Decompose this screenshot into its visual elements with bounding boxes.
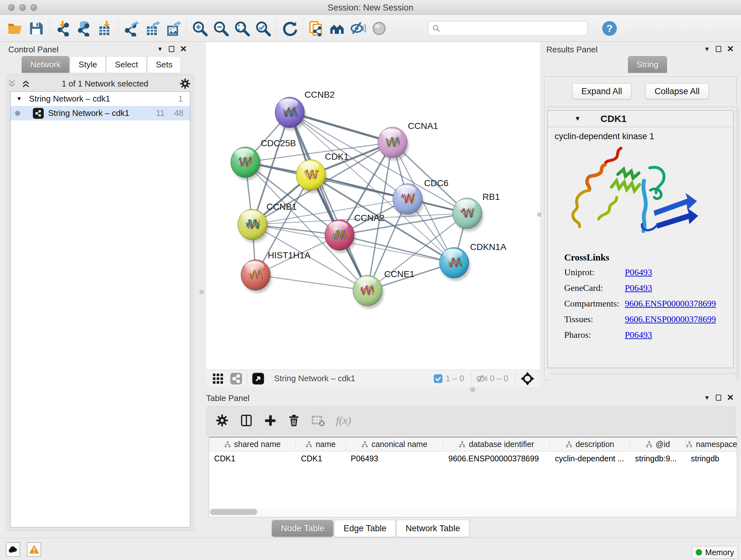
crosslinks-title: CrossLinks bbox=[564, 252, 716, 263]
results-panel-close-icon[interactable]: ✕ bbox=[727, 44, 734, 54]
column-header-description[interactable]: description bbox=[550, 437, 630, 451]
network-list: ▼ String Network – cdk1 1 String Network… bbox=[10, 91, 190, 527]
control-panel-close-icon[interactable]: ✕ bbox=[180, 44, 187, 54]
column-header-databaseidentifier[interactable]: database identifier bbox=[443, 437, 550, 451]
zoom-selected-button[interactable] bbox=[253, 17, 273, 40]
svg-text:CCNA1: CCNA1 bbox=[408, 121, 438, 131]
selected-checkbox-icon[interactable] bbox=[433, 374, 443, 383]
tab-string[interactable]: String bbox=[628, 56, 667, 73]
crosslink-link[interactable]: P06493 bbox=[625, 330, 652, 340]
help-button[interactable]: ? bbox=[599, 17, 620, 40]
network-thumbnail-icon[interactable] bbox=[230, 372, 243, 385]
birdseye-view-button[interactable] bbox=[368, 17, 390, 40]
search-input[interactable] bbox=[444, 24, 583, 33]
results-vertical-scrollbar[interactable] bbox=[736, 107, 739, 380]
column-header-namespace[interactable]: namespace bbox=[686, 437, 737, 451]
table-panel-close-icon[interactable]: ✕ bbox=[727, 393, 734, 402]
tab-network-table[interactable]: Network Table bbox=[396, 520, 469, 537]
table-cell: CDK1 bbox=[209, 451, 296, 465]
crosslink-link[interactable]: 9606.ENSP00000378699 bbox=[625, 314, 716, 324]
save-session-icon bbox=[28, 20, 44, 37]
table-settings-button[interactable] bbox=[215, 414, 229, 427]
show-columns-button[interactable] bbox=[240, 414, 253, 427]
zoom-in-button[interactable] bbox=[189, 17, 210, 40]
refresh-button[interactable] bbox=[279, 17, 300, 40]
scrollbar-thumb[interactable] bbox=[210, 509, 257, 515]
network-collection-row[interactable]: ▼ String Network – cdk1 1 bbox=[10, 91, 190, 106]
gear-icon[interactable] bbox=[179, 78, 191, 89]
crosslink-label: GeneCard: bbox=[564, 283, 625, 293]
expand-all-button[interactable]: Expand All bbox=[572, 83, 631, 99]
table-row[interactable]: CDK1CDK1P064939606.ENSP00000378699cyclin… bbox=[209, 451, 737, 465]
delete-column-button[interactable] bbox=[287, 414, 300, 427]
delete-table-icon bbox=[311, 414, 325, 428]
open-session-button[interactable] bbox=[4, 17, 25, 40]
tab-sets[interactable]: Sets bbox=[147, 56, 181, 73]
window-title: Session: New Session bbox=[0, 3, 741, 13]
table-panel-float-icon[interactable] bbox=[716, 395, 721, 401]
results-panel-collapse-icon[interactable]: ▼ bbox=[704, 46, 710, 53]
import-network-database-button[interactable] bbox=[73, 17, 94, 40]
crosslink-link[interactable]: P06493 bbox=[625, 267, 652, 277]
control-panel-float-icon[interactable] bbox=[169, 46, 174, 52]
control-panel-collapse-icon[interactable]: ▼ bbox=[157, 46, 163, 53]
collapse-all-chevron-icon[interactable] bbox=[7, 79, 17, 88]
export-image-button[interactable] bbox=[163, 17, 184, 40]
right-splitter-grip[interactable] bbox=[537, 212, 541, 216]
column-type-icon bbox=[459, 441, 466, 448]
export-table-button[interactable] bbox=[142, 17, 163, 40]
export-table-icon bbox=[144, 20, 160, 37]
import-table-button[interactable] bbox=[94, 17, 115, 40]
network-view-title: String Network – cdk1 bbox=[274, 374, 355, 383]
zoom-out-button[interactable] bbox=[210, 17, 231, 40]
results-scroll-strip bbox=[550, 374, 737, 381]
question-mark-icon: ? bbox=[602, 20, 617, 37]
warning-status-button[interactable] bbox=[27, 542, 41, 557]
import-network-file-button[interactable] bbox=[52, 17, 73, 40]
toolbar-separator bbox=[49, 18, 50, 39]
toolbar-separator bbox=[276, 18, 276, 39]
clone-network-button[interactable] bbox=[306, 17, 327, 40]
crosslink-link[interactable]: 9606.ENSP00000378699 bbox=[625, 299, 716, 309]
tree-expander-icon[interactable]: ▼ bbox=[16, 96, 22, 102]
left-splitter-grip[interactable] bbox=[200, 290, 204, 294]
string-home-button[interactable] bbox=[327, 17, 347, 40]
zoom-fit-button[interactable] bbox=[231, 17, 253, 40]
splitter-knob[interactable] bbox=[470, 387, 475, 392]
hide-graphics-details-button[interactable] bbox=[347, 17, 368, 40]
birdseye-toggle-icon[interactable] bbox=[252, 372, 265, 385]
tab-node-table[interactable]: Node Table bbox=[272, 520, 333, 537]
tab-edge-table[interactable]: Edge Table bbox=[334, 520, 396, 537]
export-network-button[interactable] bbox=[121, 17, 142, 40]
search-box[interactable] bbox=[428, 21, 588, 36]
gene-expander-icon[interactable]: ▼ bbox=[575, 115, 581, 122]
expand-all-chevron-icon[interactable] bbox=[21, 79, 30, 88]
tab-network[interactable]: Network bbox=[22, 56, 69, 73]
gene-section-header[interactable]: ▼ CDK1 bbox=[548, 111, 733, 127]
memory-button[interactable]: Memory bbox=[692, 546, 738, 559]
network-canvas[interactable]: CCNB2CCNA1CDC25BCDK1CDC6RB1CCNB1CCNA2CDK… bbox=[206, 42, 540, 370]
svg-text:RB1: RB1 bbox=[482, 192, 500, 202]
import-network-file-icon bbox=[55, 20, 71, 37]
column-header-name[interactable]: name bbox=[296, 437, 346, 451]
network-row-selected[interactable]: String Network – cdk1 11 48 bbox=[10, 106, 190, 120]
tab-select[interactable]: Select bbox=[106, 56, 146, 73]
create-column-button[interactable] bbox=[264, 414, 277, 427]
column-header-sharedname[interactable]: shared name bbox=[209, 437, 296, 451]
tab-style[interactable]: Style bbox=[70, 56, 106, 73]
column-header-canonicalname[interactable]: canonical name bbox=[346, 437, 443, 451]
grid-view-icon[interactable] bbox=[212, 373, 224, 385]
delete-table-button-disabled bbox=[311, 414, 325, 428]
fit-content-crosshair-icon[interactable] bbox=[520, 371, 535, 386]
table-horizontal-scrollbar[interactable] bbox=[209, 508, 737, 516]
save-session-button[interactable] bbox=[25, 17, 47, 40]
crosslink-row: Pharos:P06493 bbox=[564, 330, 716, 340]
crosslink-link[interactable]: P06493 bbox=[625, 283, 652, 293]
cloud-status-button[interactable] bbox=[6, 542, 20, 557]
gear-icon bbox=[215, 414, 229, 427]
column-header-id[interactable]: @id bbox=[630, 437, 686, 451]
collapse-all-button[interactable]: Collapse All bbox=[645, 83, 709, 99]
table-panel-collapse-icon[interactable]: ▼ bbox=[704, 394, 710, 401]
node-table[interactable]: shared namenamecanonical namedatabase id… bbox=[209, 437, 737, 517]
results-panel-float-icon[interactable] bbox=[716, 46, 721, 52]
